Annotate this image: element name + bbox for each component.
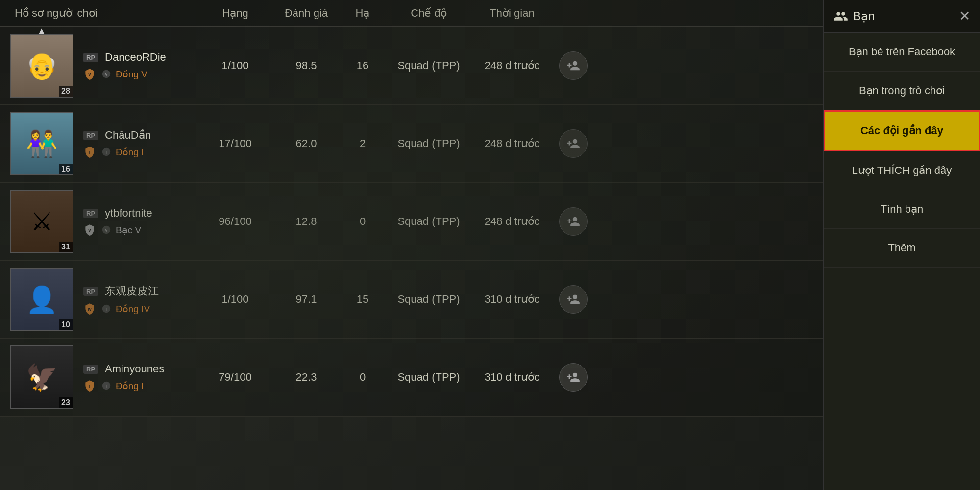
player-info: RP ytbfortnite V V Bạc V [83,207,186,236]
rank-cell: 17/100 [196,137,274,150]
rank-cell: 79/100 [196,371,274,384]
add-friend-button[interactable] [559,363,588,392]
svg-text:I: I [89,150,90,155]
avatar-level: 28 [59,86,73,97]
mode-cell: Squad (TPP) [387,293,470,306]
sidebar-title: Bạn [833,9,875,24]
kills-cell: 16 [338,59,387,72]
player-info: RP Aminyounes I I Đồng I [83,363,186,392]
avatar-level: 23 [59,397,73,408]
add-friend-icon [566,59,580,73]
rank-cell: 96/100 [196,215,274,228]
tier-sub-icon: V [101,69,112,79]
col-header-rating: Đánh giá [274,7,338,20]
rating-cell: 97.1 [274,293,338,306]
sidebar-item-ingame[interactable]: Bạn trong trò chơi [824,72,980,110]
sidebar: Bạn ✕ Bạn bè trên FacebookBạn trong trò … [823,0,980,490]
add-friend-icon [566,215,580,228]
player-tier: IV I Đồng IV [83,302,186,315]
avatar-container: 👤 10 [10,268,74,331]
add-friend-icon [566,293,580,306]
table-row: 👤 10 RP 东观皮皮江 IV I [0,261,823,339]
time-cell: 248 d trước [470,59,554,72]
add-friend-button[interactable] [559,129,588,158]
sidebar-item-more[interactable]: Thêm [824,229,980,268]
tier-sub-icon: I [101,303,112,314]
main-panel: Hồ sơ người chơi Hạng Đánh giá Hạ Chế độ… [0,0,823,490]
avatar-level: 31 [59,242,73,252]
tier-label: Đồng IV [116,303,150,315]
add-friend-button[interactable] [559,51,588,80]
action-cell [554,129,593,158]
action-cell [554,285,593,314]
table-row: 👴 28 ▲ RP DanceoRDie V V [0,27,823,105]
table-row: ⚔ 31 RP ytbfortnite V V [0,183,823,261]
kills-cell: 0 [338,215,387,228]
add-friend-icon [566,137,580,150]
player-tier: V V Đồng V [83,68,186,80]
svg-text:I: I [106,151,107,154]
player-name: RP ytbfortnite [83,207,186,220]
mode-cell: Squad (TPP) [387,59,470,72]
player-tier: I I Đồng I [83,379,186,392]
kills-cell: 2 [338,137,387,150]
profile-cell: 👴 28 ▲ RP DanceoRDie V V [10,34,196,98]
table-row: 🦅 23 RP Aminyounes I I [0,339,823,416]
profile-cell: ⚔ 31 RP ytbfortnite V V [10,190,196,253]
tier-label: Đồng I [116,380,144,392]
rank-cell: 1/100 [196,293,274,306]
avatar-container: 🦅 23 [10,345,74,409]
player-name: RP Aminyounes [83,363,186,375]
profile-cell: 🦅 23 RP Aminyounes I I [10,345,196,409]
svg-text:IV: IV [88,307,92,312]
svg-text:I: I [89,384,90,389]
nav-arrow: ▲ [37,26,46,36]
avatar-level: 16 [59,164,73,174]
col-header-time: Thời gian [470,7,554,20]
action-cell [554,363,593,392]
time-cell: 248 d trước [470,215,554,228]
player-tier: I I Đồng I [83,146,186,158]
kills-cell: 15 [338,293,387,306]
player-name: RP 东观皮皮江 [83,284,186,298]
add-friend-button[interactable] [559,207,588,236]
svg-text:V: V [88,72,91,77]
rating-cell: 98.5 [274,59,338,72]
svg-text:V: V [105,229,108,232]
tier-shield-icon: I [83,146,96,158]
svg-text:I: I [106,385,107,388]
mode-cell: Squad (TPP) [387,371,470,384]
profile-cell: 👤 10 RP 东观皮皮江 IV I [10,268,196,331]
rank-cell: 1/100 [196,59,274,72]
avatar-container: ⚔ 31 [10,190,74,253]
time-cell: 248 d trước [470,137,554,150]
sidebar-item-friendship[interactable]: Tình bạn [824,190,980,229]
tier-label: Đồng V [116,69,147,80]
player-info: RP DanceoRDie V V Đồng V [83,51,186,80]
tier-sub-icon: V [101,224,112,235]
rating-cell: 12.8 [274,215,338,228]
rating-cell: 62.0 [274,137,338,150]
tier-label: Bạc V [116,224,141,236]
sidebar-menu: Bạn bè trên FacebookBạn trong trò chơiCá… [824,33,980,490]
kills-cell: 0 [338,371,387,384]
col-header-rank: Hạng [196,7,274,20]
col-header-mode: Chế độ [387,7,470,20]
sidebar-item-recent-teams[interactable]: Các đội gần đây [824,110,980,151]
player-name: RP ChâuDần [83,129,186,142]
sidebar-item-facebook[interactable]: Bạn bè trên Facebook [824,33,980,72]
svg-text:V: V [105,73,108,76]
mode-cell: Squad (TPP) [387,137,470,150]
sidebar-item-recent-likes[interactable]: Lượt THÍCH gần đây [824,151,980,190]
add-friend-button[interactable] [559,285,588,314]
time-cell: 310 d trước [470,293,554,306]
tier-shield-icon: V [83,68,96,80]
tier-shield-icon: IV [83,302,96,315]
tier-sub-icon: I [101,147,112,157]
profile-cell: 👫 16 RP ChâuDần I I [10,112,196,175]
player-tier: V V Bạc V [83,223,186,236]
action-cell [554,51,593,80]
avatar-container: 👫 16 [10,112,74,175]
action-cell [554,207,593,236]
close-button[interactable]: ✕ [959,9,970,23]
